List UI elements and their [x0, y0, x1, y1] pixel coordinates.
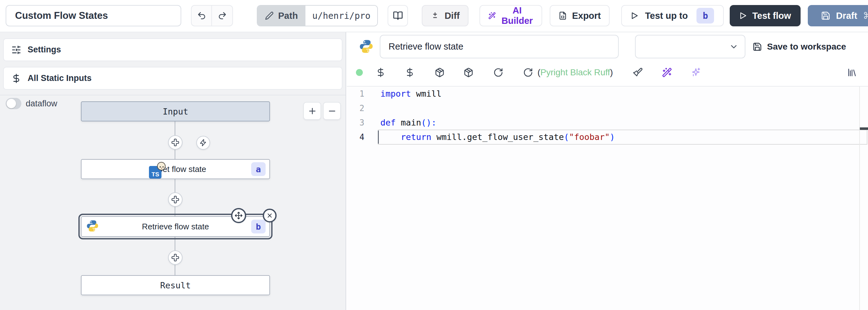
- file-code-icon: [558, 11, 567, 21]
- ai-suggest-button[interactable]: [690, 67, 701, 78]
- path-label-segment: Path: [257, 6, 305, 26]
- package-icon: [463, 67, 473, 78]
- dollar-sign-icon: [405, 67, 415, 78]
- input-node-label: Input: [163, 107, 188, 116]
- result-node-label: Result: [160, 281, 191, 290]
- step-editor-panel: Save to workspace (Pyright Black Ruff) 1…: [347, 32, 868, 310]
- move-icon: [235, 212, 243, 220]
- test-up-to-button[interactable]: Test up to b: [621, 5, 724, 26]
- ai-edit-button[interactable]: [662, 67, 672, 78]
- draft-label: Draft: [836, 11, 857, 21]
- code-editor[interactable]: 1234 import wmilldef main(): return wmil…: [347, 87, 868, 310]
- path-label: Path: [278, 11, 298, 21]
- retrieve-node-label: Retrieve flow state: [142, 222, 209, 231]
- sliders-icon: [11, 45, 21, 55]
- code-line[interactable]: return wmill.get_flow_user_state("foobar…: [380, 130, 868, 144]
- test-up-to-step-badge[interactable]: b: [696, 8, 714, 24]
- code-line[interactable]: def main():: [380, 115, 868, 130]
- panel-divider: [0, 95, 346, 95]
- reload-tool-button-2[interactable]: [523, 67, 533, 78]
- library-icon: [847, 67, 857, 78]
- code-line[interactable]: import wmill: [380, 87, 868, 101]
- flow-editor-screen: Path u/henri/pro Diff AI Builder Export …: [0, 0, 868, 310]
- package-tool-button-2[interactable]: [463, 67, 474, 78]
- redo-icon: [218, 11, 227, 20]
- insert-step-button-1[interactable]: [168, 135, 183, 150]
- pencil-icon: [265, 11, 274, 20]
- undo-button[interactable]: [192, 6, 212, 26]
- assistants-open-paren: (: [537, 67, 540, 77]
- save-icon: [821, 11, 830, 20]
- move-node-handle[interactable]: [231, 208, 246, 223]
- graph-zoom-in-button[interactable]: [303, 102, 321, 120]
- code-assistants-label[interactable]: (Pyright Black Ruff): [537, 67, 613, 78]
- play-icon: [630, 11, 639, 20]
- line-number: 1: [347, 87, 364, 101]
- draft-shortcut: ⌘S: [863, 10, 868, 21]
- bun-icon: [157, 162, 165, 170]
- flow-node-set-flow-state[interactable]: TS Set flow state a: [81, 159, 270, 179]
- chevron-down-icon: [729, 42, 739, 52]
- code-line[interactable]: [380, 101, 868, 115]
- line-number: 4: [347, 130, 364, 144]
- flow-title-input[interactable]: [6, 5, 181, 26]
- overview-ruler-cursor-mark: [860, 128, 868, 130]
- save-to-workspace-button[interactable]: Save to workspace: [753, 35, 846, 58]
- reload-tool-button-1[interactable]: [493, 67, 504, 78]
- export-label: Export: [572, 11, 601, 21]
- line-number: 3: [347, 115, 364, 130]
- insert-step-button-2[interactable]: [168, 192, 183, 207]
- settings-button[interactable]: Settings: [3, 38, 342, 61]
- format-code-button[interactable]: [632, 67, 643, 78]
- overview-ruler-border: [859, 87, 860, 310]
- export-button[interactable]: Export: [550, 5, 610, 26]
- library-button[interactable]: [847, 67, 857, 78]
- assistants-close-paren: ): [610, 67, 613, 77]
- plus-icon: [308, 106, 317, 116]
- zap-icon: [199, 139, 207, 146]
- editor-gutter: 1234: [347, 87, 364, 144]
- retrieve-node-id-badge: b: [251, 220, 266, 233]
- all-static-inputs-label: All Static Inputs: [28, 74, 92, 83]
- line-number: 2: [347, 101, 364, 115]
- dollar-sign-icon: [376, 67, 386, 78]
- language-select[interactable]: [635, 35, 745, 58]
- dollar-tool-button-1[interactable]: [375, 67, 386, 78]
- docs-button[interactable]: [388, 5, 408, 26]
- package-tool-button-1[interactable]: [434, 67, 445, 78]
- rotate-cw-icon: [523, 67, 533, 78]
- ai-builder-button[interactable]: AI Builder: [479, 5, 542, 26]
- path-button[interactable]: Path u/henri/pro: [257, 5, 378, 26]
- code-lines: import wmilldef main(): return wmill.get…: [380, 87, 868, 144]
- test-flow-button[interactable]: Test flow: [730, 5, 801, 26]
- rotate-cw-icon: [493, 67, 503, 78]
- typescript-bun-icon: TS: [149, 166, 161, 178]
- wand-sparkles-icon: [488, 11, 496, 21]
- minus-icon: [328, 106, 337, 116]
- toggle-knob: [7, 99, 16, 108]
- draft-save-button[interactable]: Draft ⌘S: [808, 5, 868, 26]
- ai-builder-label: AI Builder: [501, 5, 533, 26]
- python-icon: [86, 219, 99, 234]
- path-value: u/henri/pro: [305, 6, 377, 26]
- python-icon: [359, 39, 374, 54]
- flow-node-result[interactable]: Result: [81, 275, 270, 295]
- flow-graph-panel: Settings All Static Inputs dataflow Inpu…: [0, 32, 346, 310]
- step-name-input[interactable]: [380, 35, 619, 58]
- all-static-inputs-button[interactable]: All Static Inputs: [3, 67, 342, 90]
- assistants-names: Pyright Black Ruff: [540, 67, 610, 77]
- dollar-tool-button-2[interactable]: [405, 67, 415, 78]
- delete-node-button[interactable]: [263, 209, 277, 222]
- insert-trigger-button[interactable]: [196, 136, 210, 150]
- text-cursor: [378, 131, 379, 144]
- set-node-id-badge: a: [251, 162, 266, 176]
- diff-button[interactable]: Diff: [422, 5, 468, 26]
- package-icon: [435, 67, 445, 78]
- flow-node-input[interactable]: Input: [81, 101, 270, 121]
- insert-step-button-3[interactable]: [168, 250, 183, 265]
- dataflow-toggle[interactable]: [6, 98, 21, 109]
- close-icon: [266, 212, 273, 219]
- graph-zoom-out-button[interactable]: [323, 102, 341, 120]
- redo-button[interactable]: [212, 6, 232, 26]
- sparkles-icon: [691, 67, 701, 78]
